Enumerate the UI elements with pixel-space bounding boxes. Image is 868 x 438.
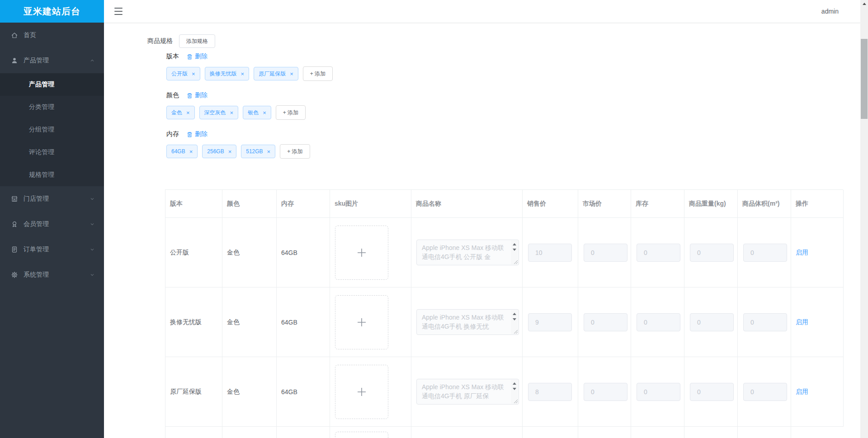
table-row: 公开版 金色 64GB Apple iPhone XS Max 移动联通电信4G… bbox=[165, 218, 843, 287]
tag-close-icon[interactable]: × bbox=[290, 71, 293, 77]
scroll-down-icon[interactable] bbox=[513, 318, 516, 320]
col-header-version: 版本 bbox=[165, 190, 222, 218]
chevron-down-icon bbox=[90, 272, 95, 278]
market-price-input[interactable]: 0 bbox=[584, 313, 627, 331]
sku-image-upload[interactable] bbox=[335, 295, 388, 349]
trash-icon bbox=[186, 53, 193, 60]
spec-tag[interactable]: 公开版× bbox=[166, 67, 200, 80]
add-tag-button[interactable]: + 添加 bbox=[276, 105, 306, 120]
enable-link[interactable]: 启用 bbox=[796, 249, 808, 257]
sidebar-item-label: 产品管理 bbox=[24, 57, 90, 65]
tag-close-icon[interactable]: × bbox=[186, 110, 190, 116]
spec-tag[interactable]: 深空灰色× bbox=[199, 106, 239, 119]
sidebar-subitem-comment-mgmt[interactable]: 评论管理 bbox=[0, 141, 104, 164]
volume-input[interactable]: 0 bbox=[743, 383, 787, 401]
tag-close-icon[interactable]: × bbox=[263, 110, 266, 116]
volume-input[interactable]: 0 bbox=[743, 244, 787, 262]
spec-tag[interactable]: 换修无忧版× bbox=[205, 67, 250, 80]
sku-table-header: 版本 颜色 内存 sku图片 商品名称 销售价 市场价 库存 商品重量(kg) … bbox=[165, 190, 843, 218]
table-row-partial bbox=[165, 427, 843, 438]
sidebar-subitem-group-mgmt[interactable]: 分组管理 bbox=[0, 118, 104, 141]
cell-color: 金色 bbox=[222, 287, 277, 357]
sidebar-item-home[interactable]: 首页 bbox=[0, 23, 104, 48]
product-name-value: Apple iPhone XS Max 移动联通电信4G手机 原厂延保 bbox=[417, 379, 519, 404]
topbar: admin bbox=[104, 0, 860, 23]
tag-close-icon[interactable]: × bbox=[241, 71, 245, 77]
plus-icon bbox=[355, 386, 368, 398]
spec-tag[interactable]: 原厂延保版× bbox=[254, 67, 298, 80]
weight-input[interactable]: 0 bbox=[690, 383, 734, 401]
sidebar-subitem-product-mgmt[interactable]: 产品管理 bbox=[0, 73, 104, 96]
spec-tag[interactable]: 512GB× bbox=[241, 145, 275, 158]
weight-input[interactable]: 0 bbox=[690, 313, 734, 331]
cell-memory: 64GB bbox=[277, 218, 330, 287]
tag-close-icon[interactable]: × bbox=[192, 71, 195, 77]
scroll-up-icon[interactable] bbox=[513, 243, 516, 245]
market-price-input[interactable]: 0 bbox=[584, 244, 627, 262]
weight-input[interactable]: 0 bbox=[690, 244, 734, 262]
sidebar-item-member-mgmt[interactable]: 会员管理 bbox=[0, 212, 104, 237]
sidebar-item-system-mgmt[interactable]: 系统管理 bbox=[0, 262, 104, 287]
plus-icon bbox=[355, 246, 368, 259]
stock-input[interactable]: 0 bbox=[637, 383, 680, 401]
resize-grip-icon[interactable] bbox=[514, 399, 518, 404]
tag-close-icon[interactable]: × bbox=[189, 149, 193, 155]
scroll-down-icon[interactable] bbox=[513, 249, 516, 251]
product-name-textarea[interactable]: Apple iPhone XS Max 移动联通电信4G手机 换修无忧 bbox=[416, 309, 519, 335]
scroll-up-icon[interactable] bbox=[513, 313, 516, 315]
sidebar-item-order-mgmt[interactable]: 订单管理 bbox=[0, 237, 104, 262]
scroll-down-icon[interactable] bbox=[513, 388, 516, 390]
add-tag-button[interactable]: + 添加 bbox=[280, 144, 310, 159]
user-icon bbox=[11, 57, 18, 64]
spec-tag[interactable]: 金色× bbox=[166, 106, 195, 119]
scroll-up-icon[interactable] bbox=[513, 382, 516, 385]
stock-input[interactable]: 0 bbox=[637, 313, 680, 331]
sku-image-upload[interactable] bbox=[335, 365, 388, 419]
resize-grip-icon[interactable] bbox=[514, 260, 518, 264]
sidebar-subitem-spec-mgmt[interactable]: 规格管理 bbox=[0, 164, 104, 186]
gear-icon bbox=[11, 271, 18, 278]
sale-price-input[interactable]: 8 bbox=[528, 383, 572, 401]
spec-group-name: 版本 bbox=[166, 52, 179, 61]
stock-input[interactable]: 0 bbox=[637, 244, 680, 262]
sidebar-item-label: 系统管理 bbox=[24, 271, 90, 279]
spec-tag[interactable]: 64GB× bbox=[166, 145, 198, 158]
spec-tag[interactable]: 256GB× bbox=[202, 145, 236, 158]
product-name-textarea[interactable]: Apple iPhone XS Max 移动联通电信4G手机 公开版 金 bbox=[416, 240, 519, 265]
scrollbar-thumb[interactable] bbox=[861, 39, 868, 119]
delete-spec-link[interactable]: 删除 bbox=[186, 130, 208, 138]
cell-color: 金色 bbox=[222, 218, 277, 287]
tag-close-icon[interactable]: × bbox=[230, 110, 234, 116]
hamburger-menu-icon[interactable] bbox=[114, 8, 123, 15]
sidebar-subitem-category-mgmt[interactable]: 分类管理 bbox=[0, 96, 104, 118]
delete-spec-link[interactable]: 删除 bbox=[186, 91, 208, 99]
product-name-textarea[interactable]: Apple iPhone XS Max 移动联通电信4G手机 原厂延保 bbox=[416, 379, 519, 405]
admin-user-menu[interactable]: admin bbox=[821, 8, 860, 15]
enable-link[interactable]: 启用 bbox=[796, 318, 808, 326]
enable-link[interactable]: 启用 bbox=[796, 388, 808, 396]
tag-close-icon[interactable]: × bbox=[228, 149, 232, 155]
sku-image-upload[interactable] bbox=[335, 432, 388, 438]
spec-tag[interactable]: 银色× bbox=[243, 106, 271, 119]
spec-section-head: 商品规格 添加规格 bbox=[147, 34, 215, 48]
add-tag-button[interactable]: + 添加 bbox=[303, 66, 333, 81]
tag-close-icon[interactable]: × bbox=[267, 149, 271, 155]
sale-price-input[interactable]: 10 bbox=[528, 244, 572, 262]
page-scrollbar[interactable] bbox=[860, 0, 868, 438]
plus-icon bbox=[355, 316, 368, 329]
market-price-input[interactable]: 0 bbox=[584, 383, 627, 401]
sidebar-item-store-mgmt[interactable]: 门店管理 bbox=[0, 186, 104, 212]
sale-price-input[interactable]: 9 bbox=[528, 313, 572, 331]
delete-spec-link[interactable]: 删除 bbox=[186, 52, 208, 61]
chevron-down-icon bbox=[90, 196, 95, 202]
sidebar-item-product-mgmt[interactable]: 产品管理 bbox=[0, 48, 104, 73]
cell-version: 换修无忧版 bbox=[165, 287, 222, 357]
volume-input[interactable]: 0 bbox=[743, 313, 787, 331]
app-logo: 亚米建站后台 bbox=[0, 0, 104, 23]
add-spec-button[interactable]: 添加规格 bbox=[179, 34, 215, 48]
sku-image-upload[interactable] bbox=[335, 226, 388, 280]
cell-memory: 64GB bbox=[277, 287, 330, 357]
resize-grip-icon[interactable] bbox=[514, 330, 518, 334]
trash-icon bbox=[186, 92, 193, 99]
scrollbar-up-icon[interactable] bbox=[860, 0, 868, 8]
